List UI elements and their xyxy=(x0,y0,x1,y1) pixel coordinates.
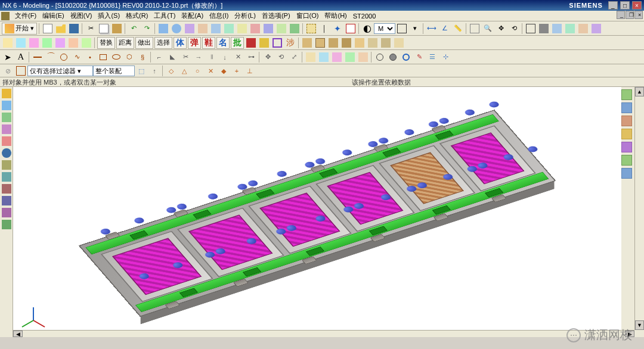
edge-blend-icon[interactable] xyxy=(223,23,235,35)
text-a-icon[interactable]: A xyxy=(15,51,27,63)
menu-edit[interactable]: 编辑(E) xyxy=(39,11,67,20)
show-hide-icon[interactable]: ◐ xyxy=(361,23,373,35)
edit-object-icon[interactable]: ✎ xyxy=(413,51,425,63)
blue-tool-icon[interactable] xyxy=(621,102,632,113)
menu-tools[interactable]: 工具(T) xyxy=(151,11,178,20)
assy-add-icon[interactable] xyxy=(301,37,313,49)
circle2-icon[interactable] xyxy=(387,51,399,63)
circle3-icon[interactable] xyxy=(400,51,412,63)
yellow-cube-icon[interactable] xyxy=(258,37,270,49)
cylinder-icon[interactable] xyxy=(171,23,182,35)
join-curve-icon[interactable]: ⊶ xyxy=(245,51,257,63)
bounded-plane-icon[interactable] xyxy=(357,51,369,63)
trim-curve-icon[interactable]: ✂ xyxy=(179,51,191,63)
assembly-navigator-icon[interactable] xyxy=(1,100,12,111)
subtract-icon[interactable] xyxy=(15,37,27,49)
undo-icon[interactable]: ↶ xyxy=(128,23,140,35)
scroll-down-icon[interactable]: ▼ xyxy=(635,320,644,330)
visual-reporting-icon[interactable] xyxy=(1,207,12,218)
measure-angle-icon[interactable]: ∠ xyxy=(439,23,451,35)
minimize-button[interactable]: _ xyxy=(608,1,618,10)
intersect-curve-icon[interactable]: ✕ xyxy=(232,51,244,63)
internet-explorer-icon[interactable] xyxy=(1,148,12,158)
menu-view[interactable]: 视图(V) xyxy=(67,11,95,20)
copy-icon[interactable] xyxy=(98,23,110,35)
manufacturing-icon[interactable] xyxy=(1,219,12,230)
offset-curve-icon[interactable]: ⦀ xyxy=(206,51,218,63)
swept-icon[interactable] xyxy=(331,51,343,63)
pan-icon[interactable]: ✥ xyxy=(495,23,507,35)
wireframe-icon[interactable] xyxy=(525,23,537,35)
menu-format[interactable]: 格式(R) xyxy=(123,11,151,20)
sew-icon[interactable] xyxy=(41,37,53,49)
doc-restore-button[interactable]: ❐ xyxy=(626,11,634,19)
polygon-icon[interactable]: ⬡ xyxy=(123,51,135,63)
datum-plane-icon[interactable] xyxy=(305,23,317,35)
revolve-icon[interactable] xyxy=(197,23,209,35)
assy-new-icon[interactable] xyxy=(314,37,326,49)
shaded-icon[interactable] xyxy=(538,23,550,35)
orange-tool-icon[interactable] xyxy=(621,116,632,126)
redo-icon[interactable]: ↷ xyxy=(141,23,153,35)
make-button[interactable]: 做出 xyxy=(135,37,153,49)
pattern-icon[interactable] xyxy=(80,37,92,49)
point-icon[interactable]: • xyxy=(84,51,96,63)
extend-curve-icon[interactable]: → xyxy=(193,51,205,63)
intersect-icon[interactable] xyxy=(28,37,40,49)
up-one-level-icon[interactable]: ↑ xyxy=(148,65,160,77)
offset-icon[interactable] xyxy=(54,37,66,49)
chamfer-icon[interactable] xyxy=(236,23,248,35)
fillet-curve-icon[interactable]: ⌐ xyxy=(153,51,165,63)
purple-tool-icon[interactable] xyxy=(621,142,632,152)
filter-within-icon[interactable] xyxy=(15,65,27,77)
datum-csys-icon[interactable]: ✦ xyxy=(332,23,343,35)
ruled-icon[interactable] xyxy=(344,51,356,63)
view-front-icon[interactable] xyxy=(564,23,576,35)
history-icon[interactable] xyxy=(1,160,12,170)
shoe-button[interactable]: 鞋 xyxy=(202,37,215,49)
yellow-tool-icon[interactable] xyxy=(621,129,632,139)
helix-icon[interactable]: § xyxy=(137,51,148,63)
assy-mirror-icon[interactable] xyxy=(380,37,392,49)
horizontal-scrollbar[interactable]: ◀ ▶ xyxy=(13,330,634,337)
replace-button[interactable]: 替换 xyxy=(97,37,115,49)
doc-minimize-button[interactable]: _ xyxy=(617,11,625,19)
rectangle-icon[interactable] xyxy=(97,51,109,63)
chamfer-curve-icon[interactable]: ◣ xyxy=(166,51,178,63)
select-button[interactable]: 选择 xyxy=(154,37,172,49)
menu-assemblies[interactable]: 装配(A) xyxy=(178,11,206,20)
type-filter-combo[interactable]: 仅有选择过滤器 ▾ xyxy=(27,66,93,76)
assy-move-icon[interactable] xyxy=(340,37,352,49)
new-file-icon[interactable] xyxy=(42,23,54,35)
draft-icon[interactable] xyxy=(275,23,287,35)
save-icon[interactable] xyxy=(68,23,80,35)
start-dropdown[interactable]: 开始 ▾ xyxy=(2,23,37,35)
layer-combo[interactable]: M3 xyxy=(374,23,395,34)
graphics-viewport[interactable] xyxy=(13,87,621,330)
ellipse-icon[interactable] xyxy=(110,51,122,63)
snap-mid-icon[interactable]: △ xyxy=(178,65,190,77)
hd3d-icon[interactable] xyxy=(1,136,12,147)
rotate-curve-icon[interactable]: ⟲ xyxy=(275,51,287,63)
view-right-icon[interactable] xyxy=(590,23,602,35)
open-file-icon[interactable] xyxy=(55,23,67,35)
scope-filter-combo[interactable]: 整个装配 xyxy=(93,66,135,76)
assy-replace-icon[interactable] xyxy=(354,37,366,49)
purple-wire-icon[interactable] xyxy=(271,37,283,49)
select-all-icon[interactable]: ⬚ xyxy=(135,65,147,77)
snap-intersect-icon[interactable]: ✕ xyxy=(205,65,216,77)
part-navigator-icon[interactable] xyxy=(1,88,12,99)
close-button[interactable]: × xyxy=(632,1,642,10)
menu-analysis[interactable]: 分析(L) xyxy=(231,11,258,20)
scroll-up-icon[interactable]: ▲ xyxy=(635,87,644,96)
snap-quadrant-icon[interactable]: ◆ xyxy=(218,65,230,77)
doc-close-button[interactable]: × xyxy=(634,11,643,19)
blue2-tool-icon[interactable] xyxy=(621,168,632,179)
paste-icon[interactable] xyxy=(111,23,123,35)
layer-settings-icon[interactable]: ☰ xyxy=(426,51,438,63)
assy-pattern-icon[interactable] xyxy=(367,37,379,49)
snap-center-icon[interactable]: ○ xyxy=(191,65,203,77)
zoom-icon[interactable]: 🔍 xyxy=(482,23,494,35)
wave-link-icon[interactable]: 涉 xyxy=(284,37,296,49)
dropdown-icon[interactable]: ▾ xyxy=(409,23,421,35)
